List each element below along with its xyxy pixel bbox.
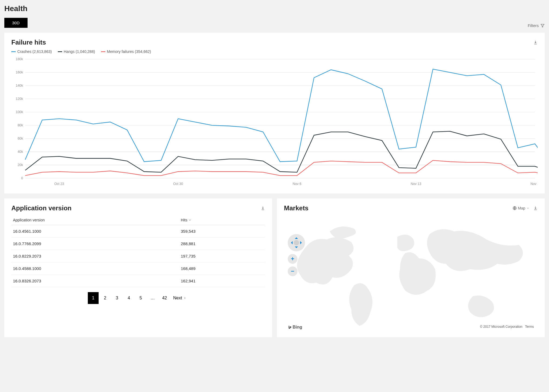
cell-hits: 197,735 <box>179 250 265 262</box>
legend-label: Hangs (1,040,288) <box>64 49 95 54</box>
app-version-title: Application version <box>11 204 72 212</box>
failure-hits-chart[interactable]: 020k40k60k80k100k120k140k160k180kOct 23O… <box>11 56 538 187</box>
markets-title: Markets <box>284 204 309 212</box>
markets-card: Markets Map <box>277 198 545 337</box>
zoom-in-button[interactable]: + <box>288 254 297 264</box>
col-version[interactable]: Application version <box>11 215 179 225</box>
pan-left-icon[interactable] <box>289 241 293 244</box>
page-title: Health <box>4 4 28 13</box>
pan-down-icon[interactable] <box>295 246 298 250</box>
col-hits-label: Hits <box>181 218 187 222</box>
cell-version: 16.0.4561.1000 <box>11 225 179 237</box>
series-line <box>25 160 538 175</box>
svg-text:Oct 30: Oct 30 <box>173 182 183 186</box>
svg-text:160k: 160k <box>16 70 23 74</box>
filters-label: Filters <box>528 23 539 28</box>
svg-marker-0 <box>541 24 544 27</box>
page-ellipsis: … <box>147 292 158 304</box>
download-icon <box>261 206 265 210</box>
svg-text:180k: 180k <box>16 57 23 61</box>
download-icon <box>533 206 538 210</box>
page-button[interactable]: 5 <box>135 292 146 304</box>
col-hits[interactable]: Hits <box>179 215 265 225</box>
legend-item[interactable]: Crashes (2,613,863) <box>11 49 52 54</box>
legend-swatch <box>58 51 62 52</box>
chevron-down-icon <box>526 207 530 210</box>
svg-text:80k: 80k <box>18 123 23 127</box>
svg-text:100k: 100k <box>16 110 23 114</box>
pan-center-icon <box>294 240 299 245</box>
sort-desc-icon <box>188 218 192 222</box>
map-area[interactable]: + − Bing © 2017 Microsoft Corporation Te… <box>284 215 538 331</box>
failure-hits-card: Failure hits Crashes (2,613,863)Hangs (1… <box>4 33 545 194</box>
bing-icon <box>288 325 292 330</box>
filters-button[interactable]: Filters <box>528 23 545 28</box>
legend-swatch <box>101 51 105 52</box>
cell-hits: 162,941 <box>179 275 265 287</box>
svg-text:Nov 2: Nov 2 <box>531 182 538 186</box>
cell-version: 16.0.4588.1000 <box>11 262 179 275</box>
page-button[interactable]: 3 <box>112 292 122 304</box>
svg-text:60k: 60k <box>18 137 23 140</box>
cell-version: 16.0.7766.2099 <box>11 237 179 250</box>
svg-text:120k: 120k <box>16 97 23 101</box>
chevron-right-icon <box>183 296 186 300</box>
app-version-card: Application version Application version … <box>4 198 272 337</box>
zoom-out-button[interactable]: − <box>288 266 297 276</box>
legend-swatch <box>11 51 16 52</box>
pan-right-icon[interactable] <box>300 241 303 244</box>
download-button[interactable] <box>533 40 538 45</box>
time-range-button[interactable]: 30D <box>4 18 28 28</box>
svg-text:Nov 6: Nov 6 <box>293 182 301 186</box>
svg-text:0: 0 <box>21 176 23 180</box>
next-button[interactable]: Next <box>171 292 189 304</box>
cell-version: 16.0.8229.2073 <box>11 250 179 262</box>
pan-control[interactable] <box>288 234 305 251</box>
globe-icon <box>513 206 517 210</box>
map-view-button[interactable]: Map <box>513 206 530 210</box>
page-button[interactable]: 4 <box>123 292 134 304</box>
table-row[interactable]: 16.0.4588.1000168,489 <box>11 262 265 275</box>
cell-version: 16.0.8326.2073 <box>11 275 179 287</box>
svg-text:140k: 140k <box>16 84 23 87</box>
pagination: 12345…42Next <box>11 292 265 304</box>
page-button[interactable]: 1 <box>88 292 99 304</box>
app-version-table: Application version Hits 16.0.4561.10003… <box>11 215 265 287</box>
page-button[interactable]: 2 <box>100 292 111 304</box>
table-row[interactable]: 16.0.8229.2073197,735 <box>11 250 265 262</box>
cell-hits: 359,543 <box>179 225 265 237</box>
svg-text:20k: 20k <box>18 163 23 167</box>
legend-item[interactable]: Hangs (1,040,288) <box>58 49 95 54</box>
svg-text:Nov 13: Nov 13 <box>411 182 421 186</box>
download-icon <box>533 40 538 45</box>
table-row[interactable]: 16.0.4561.1000359,543 <box>11 225 265 237</box>
svg-text:40k: 40k <box>18 150 23 154</box>
svg-text:Oct 23: Oct 23 <box>54 182 64 186</box>
map-copyright: © 2017 Microsoft Corporation <box>480 325 523 329</box>
table-row[interactable]: 16.0.7766.2099288,881 <box>11 237 265 250</box>
legend-item[interactable]: Memory failures (354,662) <box>101 49 151 54</box>
bing-logo: Bing <box>288 325 302 330</box>
pan-up-icon[interactable] <box>295 236 298 239</box>
cell-hits: 168,489 <box>179 262 265 275</box>
table-row[interactable]: 16.0.8326.2073162,941 <box>11 275 265 287</box>
legend-label: Memory failures (354,662) <box>107 49 151 54</box>
chart-legend: Crashes (2,613,863)Hangs (1,040,288)Memo… <box>11 49 538 54</box>
download-button[interactable] <box>533 206 538 210</box>
cell-hits: 288,881 <box>179 237 265 250</box>
legend-label: Crashes (2,613,863) <box>17 49 52 54</box>
world-map <box>284 215 538 331</box>
filter-icon <box>540 23 545 28</box>
page-button[interactable]: 42 <box>159 292 170 304</box>
terms-link[interactable]: Terms <box>525 325 534 329</box>
failure-hits-title: Failure hits <box>11 39 46 46</box>
download-button[interactable] <box>261 206 265 210</box>
map-label: Map <box>518 206 525 210</box>
